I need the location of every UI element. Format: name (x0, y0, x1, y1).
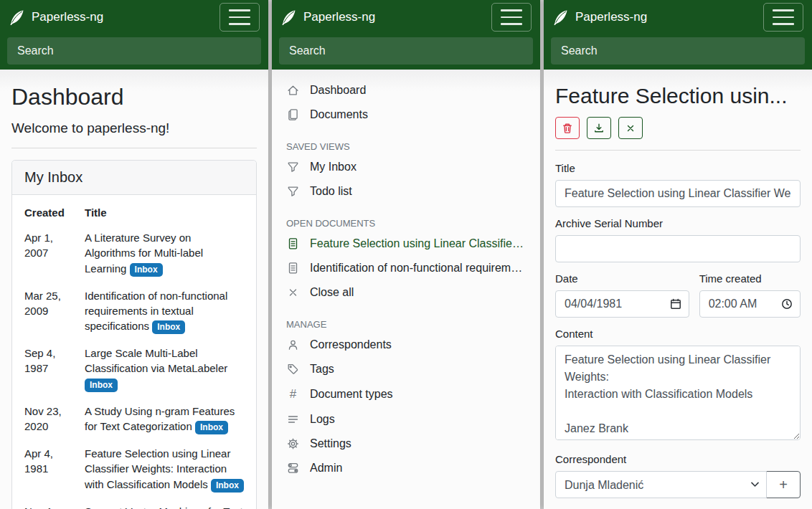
brand-name: Paperless-ng (32, 10, 103, 24)
toggles-icon (286, 462, 300, 475)
delete-button[interactable] (555, 117, 580, 139)
section-header-manage: MANAGE (272, 315, 540, 333)
dashboard-content: Dashboard Welcome to paperless-ng! My In… (0, 70, 268, 509)
column-header-title: Title (85, 205, 244, 224)
menu-item-document-types[interactable]: # Document types (272, 381, 540, 407)
hamburger-icon (773, 9, 794, 11)
doc-title-link[interactable]: Large Scale Multi-Label Classification v… (85, 347, 227, 374)
hamburger-button[interactable] (763, 3, 803, 32)
filter-icon (286, 161, 300, 173)
add-correspondent-button[interactable]: + (766, 471, 801, 498)
table-row[interactable]: Sep 4, 1987 Large Scale Multi-Label Clas… (24, 340, 244, 398)
brand[interactable]: Paperless-ng (280, 9, 375, 25)
menu-item-close-all[interactable]: Close all (272, 280, 540, 305)
content-field-label: Content (555, 328, 801, 340)
hamburger-button[interactable] (491, 3, 532, 32)
section-header-saved-views: SAVED VIEWS (272, 137, 540, 155)
menu-item-label: Correspondents (310, 338, 392, 351)
menu-item-label: My Inbox (310, 161, 357, 173)
close-document-button[interactable] (618, 117, 643, 139)
title-cell: Feature Selection using Linear Classifie… (85, 440, 244, 498)
brand-name: Paperless-ng (575, 10, 647, 24)
brand[interactable]: Paperless-ng (552, 9, 647, 25)
document-content: Feature Selection usin... Title Archive … (544, 70, 812, 509)
feather-logo-icon (280, 9, 296, 25)
download-button[interactable] (587, 117, 611, 139)
menu-item-label: Documents (310, 108, 368, 121)
menu-item-todo-list[interactable]: Todo list (272, 179, 540, 204)
table-row[interactable]: Nov 1, 2016 Support Vector Machines for … (24, 498, 244, 509)
open-document-label: Feature Selection using Linear Classifie… (310, 237, 526, 250)
menu-item-dashboard[interactable]: Dashboard (272, 78, 540, 103)
title-field[interactable] (555, 180, 801, 207)
time-field-wrap (699, 290, 801, 318)
navbar: Paperless-ng (544, 0, 812, 70)
date-field[interactable] (565, 298, 666, 310)
correspondent-group: Dunja Mladenić + (555, 471, 801, 498)
table-row[interactable]: Nov 23, 2020 A Study Using n-gram Featur… (24, 398, 244, 440)
list-icon (286, 413, 300, 426)
menu-item-label: Document types (310, 388, 393, 401)
file-text-icon (286, 262, 300, 275)
menu-item-documents[interactable]: Documents (272, 103, 540, 127)
created-cell: Apr 1, 2007 (24, 224, 85, 282)
correspondent-field-label: Correspondent (555, 453, 801, 465)
inbox-tag-badge[interactable]: Inbox (85, 379, 118, 392)
divider (555, 150, 801, 151)
menu-item-my-inbox[interactable]: My Inbox (272, 155, 540, 179)
menu-item-correspondents[interactable]: Correspondents (272, 333, 540, 357)
table-row[interactable]: Apr 1, 2007 A Literature Survey on Algor… (24, 224, 244, 282)
search-input[interactable] (7, 37, 261, 65)
menu-item-label: Logs (310, 413, 335, 426)
panel-dashboard: Paperless-ng Dashboard Welcome to paperl… (0, 0, 268, 509)
menu-item-admin[interactable]: Admin (272, 456, 540, 480)
inbox-tag-badge[interactable]: Inbox (152, 320, 185, 334)
menu-item-logs[interactable]: Logs (272, 407, 540, 432)
inbox-tag-badge[interactable]: Inbox (211, 479, 244, 493)
hamburger-icon (229, 9, 250, 11)
content-field[interactable]: Feature Selection using Linear Classifie… (555, 346, 801, 440)
title-cell: Support Vector Machines for Text Categor… (85, 498, 244, 509)
responsive-preview: Paperless-ng Dashboard Welcome to paperl… (0, 0, 812, 509)
navbar: Paperless-ng (272, 0, 540, 70)
table-row[interactable]: Apr 4, 1981 Feature Selection using Line… (24, 440, 244, 498)
search-input[interactable] (279, 37, 533, 65)
inbox-tag-badge[interactable]: Inbox (130, 263, 163, 277)
download-icon (593, 123, 605, 134)
created-cell: Apr 4, 1981 (24, 440, 85, 498)
doc-title-link[interactable]: Feature Selection using Linear Classifie… (85, 447, 230, 490)
date-field-label: Date (555, 272, 689, 285)
inbox-table: Created Title Apr 1, 2007 A Literature S… (24, 205, 244, 509)
menu-item-label: Admin (310, 462, 342, 475)
menu-item-settings[interactable]: Settings (272, 432, 540, 456)
doc-title-link[interactable]: Support Vector Machines for Text Categor… (85, 505, 243, 509)
feather-logo-icon (9, 9, 24, 25)
hash-icon: # (286, 387, 300, 401)
open-document-item-active[interactable]: Feature Selection using Linear Classifie… (272, 232, 540, 256)
menu-item-label: Dashboard (310, 84, 366, 97)
created-cell: Sep 4, 1987 (24, 340, 85, 398)
search-input[interactable] (551, 37, 805, 65)
brand[interactable]: Paperless-ng (9, 9, 103, 25)
title-cell: Identification of non-functional require… (85, 282, 244, 341)
document-title: Feature Selection usin... (555, 84, 801, 108)
correspondent-select[interactable]: Dunja Mladenić (555, 471, 767, 498)
title-field-label: Title (555, 162, 801, 174)
house-icon (286, 84, 300, 97)
table-row[interactable]: Mar 25, 2009 Identification of non-funct… (24, 282, 244, 341)
inbox-tag-badge[interactable]: Inbox (195, 421, 228, 434)
column-header-created: Created (24, 205, 85, 224)
time-field[interactable] (709, 298, 777, 310)
hamburger-button[interactable] (219, 3, 260, 32)
person-icon (286, 338, 300, 351)
calendar-icon[interactable] (670, 298, 681, 310)
title-cell: A Literature Survey on Algorithms for Mu… (85, 224, 244, 282)
clock-icon[interactable] (781, 298, 793, 310)
close-icon (625, 123, 636, 133)
asn-field[interactable] (555, 235, 801, 262)
open-document-item[interactable]: Identification of non-functional require… (272, 256, 540, 280)
section-header-open-documents: OPEN DOCUMENTS (272, 214, 540, 232)
asn-field-label: Archive Serial Number (555, 217, 801, 229)
menu-item-tags[interactable]: Tags (272, 357, 540, 381)
created-cell: Nov 1, 2016 (24, 498, 85, 509)
